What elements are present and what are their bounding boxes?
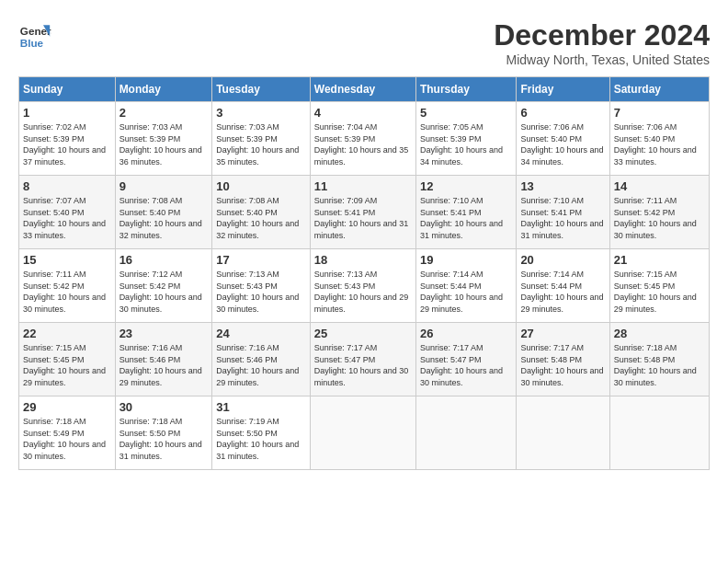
logo: General Blue: [18, 18, 51, 52]
day-number: 1: [23, 106, 111, 120]
table-cell: [517, 396, 609, 470]
table-cell: 2 Sunrise: 7:03 AMSunset: 5:39 PMDayligh…: [115, 102, 212, 176]
day-number: 8: [23, 179, 111, 193]
day-number: 9: [119, 179, 209, 193]
day-info: Sunrise: 7:14 AMSunset: 5:44 PMDaylight:…: [420, 270, 503, 314]
day-info: Sunrise: 7:16 AMSunset: 5:46 PMDaylight:…: [216, 343, 299, 387]
day-info: Sunrise: 7:08 AMSunset: 5:40 PMDaylight:…: [119, 196, 202, 240]
day-info: Sunrise: 7:12 AMSunset: 5:42 PMDaylight:…: [119, 270, 202, 314]
day-number: 27: [520, 327, 605, 340]
calendar-body: 1 Sunrise: 7:02 AMSunset: 5:39 PMDayligh…: [19, 102, 710, 470]
table-cell: 22 Sunrise: 7:15 AMSunset: 5:45 PMDaylig…: [19, 323, 116, 396]
table-cell: 5 Sunrise: 7:05 AMSunset: 5:39 PMDayligh…: [415, 102, 516, 176]
day-info: Sunrise: 7:17 AMSunset: 5:48 PMDaylight:…: [520, 343, 603, 387]
table-cell: 6 Sunrise: 7:06 AMSunset: 5:40 PMDayligh…: [517, 102, 609, 176]
day-info: Sunrise: 7:15 AMSunset: 5:45 PMDaylight:…: [614, 270, 697, 314]
table-cell: 20 Sunrise: 7:14 AMSunset: 5:44 PMDaylig…: [517, 249, 609, 323]
day-info: Sunrise: 7:10 AMSunset: 5:41 PMDaylight:…: [420, 196, 503, 240]
table-cell: 24 Sunrise: 7:16 AMSunset: 5:46 PMDaylig…: [212, 323, 311, 396]
day-number: 13: [520, 179, 605, 193]
day-number: 12: [420, 179, 512, 193]
day-number: 23: [119, 327, 209, 340]
day-info: Sunrise: 7:11 AMSunset: 5:42 PMDaylight:…: [23, 270, 106, 314]
calendar-table: Sunday Monday Tuesday Wednesday Thursday…: [18, 76, 710, 470]
day-info: Sunrise: 7:07 AMSunset: 5:40 PMDaylight:…: [23, 196, 106, 240]
table-cell: 23 Sunrise: 7:16 AMSunset: 5:46 PMDaylig…: [115, 323, 212, 396]
header-saturday: Saturday: [609, 77, 709, 102]
table-cell: 13 Sunrise: 7:10 AMSunset: 5:41 PMDaylig…: [517, 176, 609, 249]
day-number: 3: [216, 106, 306, 120]
table-cell: 26 Sunrise: 7:17 AMSunset: 5:47 PMDaylig…: [415, 323, 516, 396]
table-cell: 27 Sunrise: 7:17 AMSunset: 5:48 PMDaylig…: [517, 323, 609, 396]
table-row: 29 Sunrise: 7:18 AMSunset: 5:49 PMDaylig…: [19, 396, 710, 470]
day-number: 7: [614, 106, 705, 120]
day-number: 6: [520, 106, 605, 120]
table-cell: 3 Sunrise: 7:03 AMSunset: 5:39 PMDayligh…: [212, 102, 311, 176]
day-number: 21: [614, 253, 705, 267]
table-cell: 29 Sunrise: 7:18 AMSunset: 5:49 PMDaylig…: [19, 396, 116, 470]
table-cell: [310, 396, 415, 470]
table-cell: 25 Sunrise: 7:17 AMSunset: 5:47 PMDaylig…: [310, 323, 415, 396]
header-sunday: Sunday: [19, 77, 116, 102]
day-info: Sunrise: 7:14 AMSunset: 5:44 PMDaylight:…: [520, 270, 603, 314]
day-info: Sunrise: 7:08 AMSunset: 5:40 PMDaylight:…: [216, 196, 299, 240]
day-info: Sunrise: 7:03 AMSunset: 5:39 PMDaylight:…: [216, 122, 299, 167]
table-cell: 19 Sunrise: 7:14 AMSunset: 5:44 PMDaylig…: [415, 249, 516, 323]
table-cell: [415, 396, 516, 470]
table-row: 1 Sunrise: 7:02 AMSunset: 5:39 PMDayligh…: [19, 102, 710, 176]
header-thursday: Thursday: [415, 77, 516, 102]
title-section: December 2024 Midway North, Texas, Unite…: [494, 18, 710, 67]
day-info: Sunrise: 7:13 AMSunset: 5:43 PMDaylight:…: [216, 270, 299, 314]
header-friday: Friday: [517, 77, 609, 102]
day-number: 28: [614, 327, 705, 340]
day-info: Sunrise: 7:18 AMSunset: 5:48 PMDaylight:…: [614, 343, 697, 387]
table-cell: 28 Sunrise: 7:18 AMSunset: 5:48 PMDaylig…: [609, 323, 709, 396]
table-row: 22 Sunrise: 7:15 AMSunset: 5:45 PMDaylig…: [19, 323, 710, 396]
day-number: 30: [119, 400, 209, 414]
day-info: Sunrise: 7:11 AMSunset: 5:42 PMDaylight:…: [614, 196, 697, 240]
table-cell: 11 Sunrise: 7:09 AMSunset: 5:41 PMDaylig…: [310, 176, 415, 249]
day-info: Sunrise: 7:17 AMSunset: 5:47 PMDaylight:…: [420, 343, 503, 387]
table-cell: 9 Sunrise: 7:08 AMSunset: 5:40 PMDayligh…: [115, 176, 212, 249]
day-number: 2: [119, 106, 209, 120]
table-cell: 14 Sunrise: 7:11 AMSunset: 5:42 PMDaylig…: [609, 176, 709, 249]
svg-text:Blue: Blue: [20, 37, 44, 49]
day-info: Sunrise: 7:16 AMSunset: 5:46 PMDaylight:…: [119, 343, 202, 387]
table-cell: 1 Sunrise: 7:02 AMSunset: 5:39 PMDayligh…: [19, 102, 116, 176]
table-row: 15 Sunrise: 7:11 AMSunset: 5:42 PMDaylig…: [19, 249, 710, 323]
day-number: 20: [520, 253, 605, 267]
day-number: 5: [420, 106, 512, 120]
day-info: Sunrise: 7:18 AMSunset: 5:50 PMDaylight:…: [119, 417, 202, 461]
table-row: 8 Sunrise: 7:07 AMSunset: 5:40 PMDayligh…: [19, 176, 710, 249]
day-number: 11: [314, 179, 412, 193]
day-number: 17: [216, 253, 306, 267]
table-cell: 12 Sunrise: 7:10 AMSunset: 5:41 PMDaylig…: [415, 176, 516, 249]
day-info: Sunrise: 7:09 AMSunset: 5:41 PMDaylight:…: [314, 196, 409, 240]
day-info: Sunrise: 7:03 AMSunset: 5:39 PMDaylight:…: [119, 122, 202, 167]
day-info: Sunrise: 7:04 AMSunset: 5:39 PMDaylight:…: [314, 122, 409, 167]
page-header: General Blue December 2024 Midway North,…: [18, 18, 710, 67]
table-cell: [609, 396, 709, 470]
calendar-header: Sunday Monday Tuesday Wednesday Thursday…: [19, 77, 710, 102]
day-info: Sunrise: 7:18 AMSunset: 5:49 PMDaylight:…: [23, 417, 106, 461]
location: Midway North, Texas, United States: [494, 52, 710, 67]
table-cell: 10 Sunrise: 7:08 AMSunset: 5:40 PMDaylig…: [212, 176, 311, 249]
header-monday: Monday: [115, 77, 212, 102]
day-info: Sunrise: 7:06 AMSunset: 5:40 PMDaylight:…: [614, 122, 697, 167]
day-info: Sunrise: 7:06 AMSunset: 5:40 PMDaylight:…: [520, 122, 603, 167]
day-number: 18: [314, 253, 412, 267]
day-info: Sunrise: 7:10 AMSunset: 5:41 PMDaylight:…: [520, 196, 603, 240]
table-cell: 15 Sunrise: 7:11 AMSunset: 5:42 PMDaylig…: [19, 249, 116, 323]
header-wednesday: Wednesday: [310, 77, 415, 102]
day-info: Sunrise: 7:05 AMSunset: 5:39 PMDaylight:…: [420, 122, 503, 167]
day-info: Sunrise: 7:15 AMSunset: 5:45 PMDaylight:…: [23, 343, 106, 387]
day-number: 16: [119, 253, 209, 267]
day-number: 22: [23, 327, 111, 340]
table-cell: 7 Sunrise: 7:06 AMSunset: 5:40 PMDayligh…: [609, 102, 709, 176]
header-row: Sunday Monday Tuesday Wednesday Thursday…: [19, 77, 710, 102]
day-number: 24: [216, 327, 306, 340]
day-info: Sunrise: 7:02 AMSunset: 5:39 PMDaylight:…: [23, 122, 106, 167]
day-info: Sunrise: 7:19 AMSunset: 5:50 PMDaylight:…: [216, 417, 299, 461]
day-number: 29: [23, 400, 111, 414]
table-cell: 21 Sunrise: 7:15 AMSunset: 5:45 PMDaylig…: [609, 249, 709, 323]
